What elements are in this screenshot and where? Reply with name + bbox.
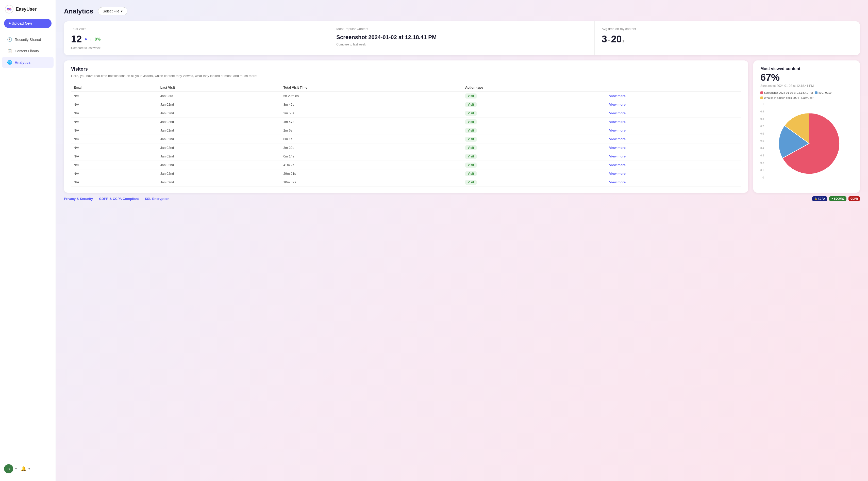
cell-view-more[interactable]: View more (607, 152, 741, 160)
cell-view-more[interactable]: View more (607, 169, 741, 178)
view-more-link[interactable]: View more (609, 128, 626, 132)
upload-new-button[interactable]: + Upload New (4, 19, 52, 28)
cell-email: N/A (71, 169, 158, 178)
cell-email: N/A (71, 143, 158, 152)
view-more-link[interactable]: View more (609, 120, 626, 124)
cell-action: Visit (463, 109, 607, 117)
visit-badge: Visit (465, 162, 477, 168)
select-file-button[interactable]: Select File ▾ (98, 7, 127, 15)
sidebar: EasyUser + Upload New 🕐 Recently Shared … (0, 0, 56, 481)
secure-badge: ✔ SECURE (829, 196, 846, 201)
y-axis-label: 0.8 (761, 118, 764, 120)
gdpr-link[interactable]: GDPR & CCPA Compliant (99, 197, 139, 201)
cell-action: Visit (463, 91, 607, 100)
cell-total-time: 8m 42s (281, 100, 462, 109)
legend-label: IMG_0019 (818, 91, 832, 94)
cell-email: N/A (71, 152, 158, 160)
view-more-link[interactable]: View more (609, 146, 626, 150)
page-title: Analytics (64, 7, 93, 15)
cell-total-time: 6h 29m 8s (281, 91, 462, 100)
cell-total-time: 2m 58s (281, 109, 462, 117)
table-row: N/A Jan 02nd 41m 2s Visit View more (71, 160, 741, 169)
view-more-link[interactable]: View more (609, 172, 626, 176)
cell-last-visit: Jan 02nd (158, 117, 281, 126)
view-more-link[interactable]: View more (609, 94, 626, 98)
cell-action: Visit (463, 134, 607, 143)
bell-icon[interactable]: 🔔 (21, 466, 26, 472)
chevron-down-icon: ▾ (121, 9, 123, 13)
footer-badges: 🔒 CCPA ✔ SECURE GDPR (812, 196, 860, 201)
cell-action: Visit (463, 100, 607, 109)
visit-badge: Visit (465, 154, 477, 159)
cell-action: Visit (463, 117, 607, 126)
cell-action: Visit (463, 178, 607, 186)
stats-row: Total visits 12 ↑ 0% Compare to last wee… (64, 21, 860, 55)
y-axis-label: 0.1 (761, 169, 764, 172)
avg-minutes: 3 (602, 34, 607, 45)
app-name: EasyUser (16, 7, 36, 12)
most-popular-label: Most Popular Content (336, 27, 587, 31)
avg-time-card: Avg time on my content 3 m 20 s (595, 21, 860, 55)
cell-last-visit: Jan 02nd (158, 143, 281, 152)
cell-view-more[interactable]: View more (607, 178, 741, 186)
pie-svg (774, 108, 845, 179)
trend-pct: 0% (95, 37, 100, 42)
cell-view-more[interactable]: View more (607, 109, 741, 117)
cell-email: N/A (71, 178, 158, 186)
legend-dot (761, 91, 763, 94)
cell-last-visit: Jan 02nd (158, 134, 281, 143)
cell-email: N/A (71, 117, 158, 126)
table-row: N/A Jan 02nd 29m 21s Visit View more (71, 169, 741, 178)
sidebar-bottom: 8 ▾ 🔔 ▾ (0, 461, 56, 476)
logo-area: EasyUser (0, 5, 56, 19)
most-viewed-title: Most viewed content (761, 66, 853, 71)
avg-time-label: Avg time on my content (602, 27, 853, 31)
view-more-link[interactable]: View more (609, 180, 626, 184)
cell-view-more[interactable]: View more (607, 160, 741, 169)
cell-total-time: 0m 14s (281, 152, 462, 160)
gdpr-badge: GDPR (848, 196, 860, 201)
sidebar-item-recently-shared[interactable]: 🕐 Recently Shared (2, 34, 54, 45)
cell-view-more[interactable]: View more (607, 143, 741, 152)
most-viewed-subtitle: Screenshot 2024-01-02 at 12.18.41 PM (761, 84, 853, 88)
col-total-visit-time: Total Visit Time (281, 84, 462, 92)
cell-last-visit: Jan 02nd (158, 109, 281, 117)
cell-email: N/A (71, 134, 158, 143)
sidebar-item-content-library[interactable]: 📋 Content Library (2, 46, 54, 56)
y-axis-label: 1 (761, 103, 764, 106)
table-row: N/A Jan 02nd 0m 14s Visit View more (71, 152, 741, 160)
footer: Privacy & Security GDPR & CCPA Compliant… (64, 193, 860, 201)
cell-total-time: 41m 2s (281, 160, 462, 169)
cell-email: N/A (71, 100, 158, 109)
view-more-link[interactable]: View more (609, 154, 626, 158)
cell-total-time: 4m 47s (281, 117, 462, 126)
cell-last-visit: Jan 02nd (158, 178, 281, 186)
view-more-link[interactable]: View more (609, 111, 626, 115)
visit-badge: Visit (465, 171, 477, 176)
privacy-link[interactable]: Privacy & Security (64, 197, 93, 201)
cell-view-more[interactable]: View more (607, 91, 741, 100)
cell-action: Visit (463, 152, 607, 160)
pie-chart (766, 103, 853, 184)
cell-view-more[interactable]: View more (607, 134, 741, 143)
cell-view-more[interactable]: View more (607, 126, 741, 134)
cell-view-more[interactable]: View more (607, 117, 741, 126)
view-more-link[interactable]: View more (609, 163, 626, 167)
view-more-link[interactable]: View more (609, 137, 626, 141)
sidebar-item-analytics[interactable]: 🌐 Analytics (2, 57, 54, 68)
avatar[interactable]: 8 (4, 464, 13, 473)
cell-view-more[interactable]: View more (607, 100, 741, 109)
chart-legend: Screenshot 2024-01-02 at 12.18.41 PMIMG_… (761, 91, 853, 99)
col-email: Email (71, 84, 158, 92)
y-axis-label: 0.5 (761, 140, 764, 142)
cell-last-visit: Jan 02nd (158, 169, 281, 178)
visitors-title: Visitors (71, 66, 741, 72)
y-axis-label: 0.9 (761, 110, 764, 113)
cell-email: N/A (71, 126, 158, 134)
table-row: N/A Jan 03rd 6h 29m 8s Visit View more (71, 91, 741, 100)
view-more-link[interactable]: View more (609, 102, 626, 107)
seconds-unit: s (622, 39, 624, 43)
dot-indicator (85, 38, 87, 40)
visit-badge: Visit (465, 137, 477, 142)
ssl-link[interactable]: SSL Encryption (145, 197, 169, 201)
